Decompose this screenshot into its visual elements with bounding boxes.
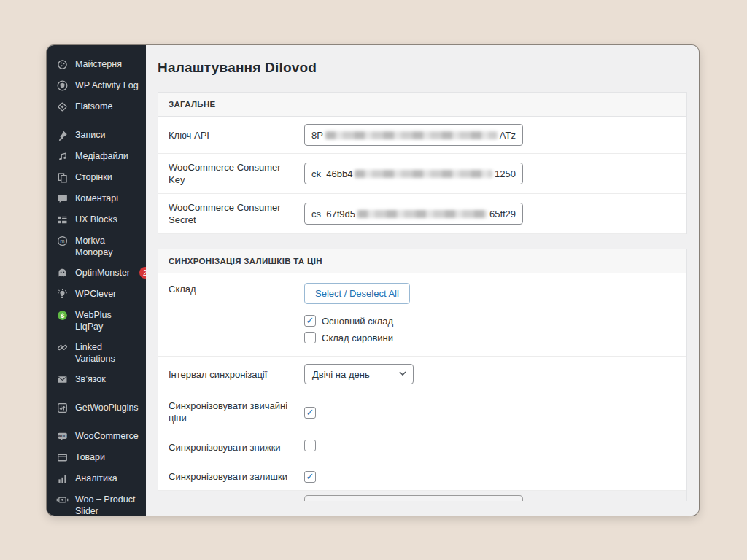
sidebar-item-linked-variations[interactable]: Linked Variations bbox=[47, 337, 146, 369]
admin-sidebar: МайстерняWP Activity LogFlatsomeЗаписиМе… bbox=[47, 45, 146, 516]
sidebar-item-коментарі[interactable]: Коментарі bbox=[47, 188, 146, 209]
page-title: Налаштування Dilovod bbox=[146, 45, 699, 76]
sidebar-item-label: WPClever bbox=[75, 288, 140, 300]
form-row-consumer-key: WooCommerce Consumer Keyck_46bb41250 bbox=[158, 154, 686, 194]
sidebar-item-woo-product-slider[interactable]: Woo – Product Slider bbox=[47, 489, 146, 516]
sidebar-item-label: Зв’язок bbox=[75, 373, 140, 385]
sidebar-item-label: WooCommerce bbox=[75, 430, 140, 442]
woo-icon: WOO bbox=[55, 429, 69, 443]
sidebar-item-webplus-liqpay[interactable]: $WebPlus LiqPay bbox=[47, 305, 146, 337]
admin-window: МайстерняWP Activity LogFlatsomeЗаписиМе… bbox=[47, 45, 699, 516]
sync-interval-control: Двічі на день bbox=[304, 364, 676, 384]
warehouse-label: Склад bbox=[169, 283, 304, 295]
palette-icon bbox=[55, 58, 69, 71]
sidebar-item-сторінки[interactable]: Сторінки bbox=[47, 167, 146, 188]
settings-form: ЗАГАЛЬНЕКлюч API8PATzWooCommerce Consume… bbox=[158, 92, 687, 501]
sidebar-item-ux-blocks[interactable]: UX Blocks bbox=[47, 209, 146, 230]
consumer-secret-input[interactable]: cs_67f9d565ff29 bbox=[304, 203, 523, 225]
sidebar-item-label: Flatsome bbox=[75, 101, 140, 112]
blurred-value bbox=[357, 210, 487, 218]
form-row-api-key: Ключ API8PATz bbox=[158, 117, 686, 154]
sidebar-item-товари[interactable]: Товари bbox=[47, 447, 146, 468]
sidebar-item-wp-activity-log[interactable]: WP Activity Log bbox=[47, 75, 146, 96]
sync-regular-prices-checkbox[interactable] bbox=[304, 407, 316, 419]
warehouse-options: Основний складСклад сировини bbox=[304, 315, 676, 343]
value-prefix: ck_46bb4 bbox=[311, 168, 352, 179]
sync-stock-checkbox[interactable] bbox=[304, 471, 316, 483]
sidebar-item-flatsome[interactable]: Flatsome bbox=[47, 96, 146, 117]
sidebar-item-label: UX Blocks bbox=[75, 214, 140, 225]
blocks-icon bbox=[55, 213, 69, 226]
sync-discounts-label: Синхронізовувати знижки bbox=[169, 441, 304, 454]
section-title: СИНХРОНІЗАЦІЯ ЗАЛИШКІВ ТА ЦІН bbox=[158, 249, 686, 273]
svg-text:$: $ bbox=[60, 311, 64, 319]
sidebar-item-getwooplugins[interactable]: GetWooPlugins bbox=[47, 397, 146, 419]
blurred-value bbox=[325, 131, 498, 139]
sidebar-item-wpclever[interactable]: WPClever bbox=[47, 284, 146, 305]
select-deselect-all-button[interactable]: Select / Deselect All bbox=[304, 283, 410, 304]
chevron-down-icon bbox=[398, 369, 407, 380]
consumer-secret-control: cs_67f9d565ff29 bbox=[304, 203, 676, 225]
shield-icon bbox=[55, 79, 69, 92]
sync-interval-select[interactable]: Двічі на день bbox=[304, 364, 414, 384]
sidebar-item-майстерня[interactable]: Майстерня bbox=[47, 54, 146, 75]
sidebar-item-зв-язок[interactable]: Зв’язок bbox=[47, 369, 146, 390]
warehouse-option-склад-сировини[interactable]: Склад сировини bbox=[304, 332, 676, 343]
sync-stock-control bbox=[304, 470, 676, 483]
option-label: Склад сировини bbox=[322, 332, 393, 343]
sync-discounts-checkbox[interactable] bbox=[304, 440, 316, 451]
sidebar-item-label: GetWooPlugins bbox=[75, 402, 140, 413]
sidebar-item-медіафайли[interactable]: Медіафайли bbox=[47, 146, 146, 167]
form-row-consumer-secret: WooCommerce Consumer Secretcs_67f9d565ff… bbox=[158, 194, 686, 234]
notification-badge: 2 bbox=[139, 267, 146, 279]
sidebar-item-optinmonster[interactable]: OptinMonster2 bbox=[47, 262, 146, 284]
media-icon bbox=[55, 149, 69, 163]
value-suffix: ATz bbox=[500, 130, 516, 141]
sync-interval-label: Інтервал синхронізації bbox=[169, 368, 304, 381]
form-row-sync-discounts: Синхронізовувати знижки bbox=[158, 432, 686, 462]
sidebar-item-label: Linked Variations bbox=[75, 341, 140, 365]
value-prefix: 8P bbox=[311, 130, 323, 141]
dollar-icon: $ bbox=[55, 308, 69, 322]
sidebar-item-woocommerce[interactable]: WOOWooCommerce bbox=[47, 426, 146, 447]
consumer-key-label: WooCommerce Consumer Key bbox=[169, 161, 304, 186]
desktop-background: МайстерняWP Activity LogFlatsomeЗаписиМе… bbox=[0, 0, 747, 560]
lightbulb-icon bbox=[55, 287, 69, 300]
form-row-sync-stock: Синхронізовувати залишки bbox=[158, 462, 686, 491]
sync-discounts-control bbox=[304, 440, 676, 454]
warehouse-control: Select / Deselect AllОсновний складСклад… bbox=[304, 283, 676, 349]
settings-section: ЗАГАЛЬНЕКлюч API8PATzWooCommerce Consume… bbox=[158, 92, 687, 234]
clipped-field[interactable] bbox=[304, 495, 523, 501]
sidebar-item-label: Записи bbox=[75, 129, 140, 141]
sidebar-menu: МайстерняWP Activity LogFlatsomeЗаписиМе… bbox=[47, 54, 146, 516]
sidebar-item-label: Коментарі bbox=[75, 192, 140, 204]
warehouse-option-основний-склад[interactable]: Основний склад bbox=[304, 315, 676, 327]
slider-icon bbox=[55, 493, 69, 506]
blurred-value bbox=[355, 170, 492, 178]
form-row-sync-interval: Інтервал синхронізаціїДвічі на день bbox=[158, 357, 686, 392]
api-key-label: Ключ API bbox=[169, 129, 304, 141]
api-key-control: 8PATz bbox=[304, 124, 676, 146]
consumer-key-input[interactable]: ck_46bb41250 bbox=[304, 163, 523, 184]
envelope-icon bbox=[55, 373, 69, 386]
api-key-input[interactable]: 8PATz bbox=[304, 124, 523, 146]
warehouse-1-checkbox[interactable] bbox=[304, 332, 316, 343]
comment-icon bbox=[55, 192, 69, 205]
sidebar-item-label: Сторінки bbox=[75, 171, 140, 183]
warehouse-0-checkbox[interactable] bbox=[304, 315, 316, 327]
settings-section: СИНХРОНІЗАЦІЯ ЗАЛИШКІВ ТА ЦІНСкладSelect… bbox=[158, 249, 687, 501]
sidebar-item-label: WebPlus LiqPay bbox=[75, 309, 140, 332]
sidebar-item-label: Товари bbox=[75, 451, 140, 463]
sidebar-item-label: WP Activity Log bbox=[75, 79, 140, 91]
sidebar-item-label: Аналітика bbox=[75, 472, 140, 484]
svg-text:WOO: WOO bbox=[58, 434, 66, 438]
sidebar-item-label: Morkva Monopay bbox=[75, 235, 140, 258]
sidebar-item-аналітика[interactable]: Аналітика bbox=[47, 468, 146, 489]
svg-text:m: m bbox=[60, 238, 64, 244]
getwoo-icon bbox=[55, 401, 69, 414]
pages-icon bbox=[55, 171, 69, 184]
chart-icon bbox=[55, 472, 69, 485]
sidebar-item-записи[interactable]: Записи bbox=[47, 125, 146, 146]
diamond-icon bbox=[55, 100, 69, 113]
sidebar-item-morkva-monopay[interactable]: mMorkva Monopay bbox=[47, 230, 146, 262]
